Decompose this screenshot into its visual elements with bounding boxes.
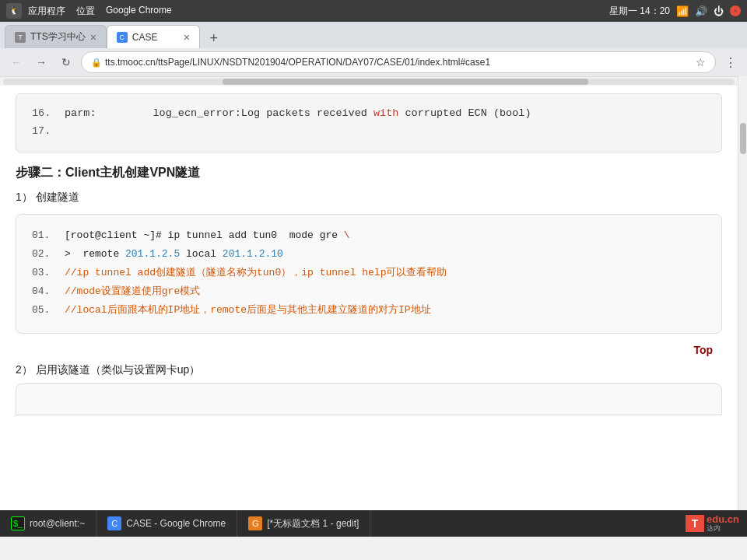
page-content: 16. parm: log_ecn_error:Log packets rece… (0, 86, 738, 423)
address-bar[interactable]: 🔒 tts.tmooc.cn/ttsPage/LINUX/NSDTN201904… (81, 51, 716, 73)
taskbar-chrome-label: CASE - Google Chrome (126, 518, 226, 529)
taskbar-right: T edu.cn 达内 (678, 514, 747, 533)
reload-button[interactable]: ↻ (56, 52, 76, 72)
tab-case[interactable]: C CASE × (107, 25, 200, 48)
menu-chrome[interactable]: Google Chrome (106, 5, 172, 18)
taskbar-gedit[interactable]: G [*无标题文档 1 - gedit] (237, 510, 370, 537)
code-text-16: parm: log_ecn_error:Log packets received… (65, 105, 531, 123)
taskbar-terminal[interactable]: $_ root@client:~ (0, 510, 96, 537)
terminal-icon: $_ (11, 516, 25, 530)
code-text-17 (65, 123, 71, 141)
code-line-05: 05. //local后面跟本机的IP地址，remote后面是与其他主机建立隧道… (32, 302, 706, 319)
code-line-03: 03. //ip tunnel add创建隧道（隧道名称为tun0），ip tu… (32, 264, 706, 282)
power-icon[interactable]: ⏻ (714, 5, 724, 17)
partial-code-block (16, 383, 722, 415)
chrome-icon: C (107, 516, 121, 530)
tab-tts[interactable]: T TTS学习中心 × (5, 25, 107, 48)
tab-tts-close[interactable]: × (90, 32, 96, 43)
line-num-17: 17. (32, 123, 52, 141)
taskbar-gedit-label: [*无标题文档 1 - gedit] (267, 517, 359, 530)
top-link[interactable]: Top (693, 344, 713, 356)
back-button[interactable]: ← (6, 52, 26, 72)
title-bar-right: 星期一 14：20 📶 🔊 ⏻ × (609, 5, 741, 18)
h-scrollbar-track (3, 79, 735, 85)
tedu-t: T (686, 515, 704, 532)
code-line-17: 17. (32, 123, 706, 141)
volume-icon[interactable]: 🔊 (695, 5, 707, 17)
h-scrollbar-thumb (223, 79, 588, 85)
code-line-01: 01. [root@client ~]# ip tunnel add tun0 … (32, 227, 706, 244)
browser-content: 16. parm: log_ecn_error:Log packets rece… (0, 76, 747, 510)
line-num-16: 16. (32, 105, 52, 123)
lock-icon: 🔒 (91, 58, 102, 68)
tedu-brand: edu.cn (707, 514, 739, 525)
code-comment-03: //ip tunnel add创建隧道（隧道名称为tun0），ip tunnel… (65, 264, 447, 282)
title-bar-left: 🐧 应用程序 位置 Google Chrome (6, 3, 600, 19)
tab-case-label: CASE (132, 32, 158, 43)
chrome-menu-button[interactable]: ⋮ (721, 52, 741, 72)
code-line-02: 02. > remote 201.1.2.5 local 201.1.2.10 (32, 246, 706, 263)
code-line-04: 04. //mode设置隧道使用gre模式 (32, 283, 706, 300)
line-num-03: 03. (32, 264, 52, 282)
taskbar-chrome[interactable]: C CASE - Google Chrome (96, 510, 237, 537)
code-text-01: [root@client ~]# ip tunnel add tun0 mode… (65, 227, 350, 244)
line-num-04: 04. (32, 283, 52, 300)
bookmark-icon[interactable]: ☆ (696, 56, 706, 68)
new-tab-button[interactable]: + (203, 28, 225, 48)
line-num-01: 01. (32, 227, 52, 244)
title-bar: 🐧 应用程序 位置 Google Chrome 星期一 14：20 📶 🔊 ⏻ … (0, 0, 747, 22)
title-bar-menu: 应用程序 位置 Google Chrome (28, 5, 172, 18)
section2-heading: 2） 启用该隧道（类似与设置网卡up） (16, 363, 722, 377)
network-icon[interactable]: 📶 (676, 5, 689, 17)
tab-bar: T TTS学习中心 × C CASE × + (0, 22, 747, 48)
main-code-block: 01. [root@client ~]# ip tunnel add tun0 … (16, 214, 722, 334)
tab-case-icon: C (117, 32, 128, 43)
url-text: tts.tmooc.cn/ttsPage/LINUX/NSDTN201904/O… (105, 57, 696, 68)
scrollbar-thumb[interactable] (740, 123, 746, 154)
tedu-logo: T edu.cn 达内 (686, 514, 739, 533)
tab-tts-label: TTS学习中心 (30, 30, 86, 44)
code-comment-04: //mode设置隧道使用gre模式 (65, 283, 200, 300)
taskbar-terminal-label: root@client:~ (30, 518, 85, 529)
page-area: 16. parm: log_ecn_error:Log packets rece… (0, 76, 738, 510)
sub-heading-1: 1） 创建隧道 (16, 191, 722, 205)
menu-location[interactable]: 位置 (76, 5, 95, 18)
addr-icons: ☆ (696, 56, 706, 68)
tab-case-close[interactable]: × (184, 32, 190, 43)
datetime: 星期一 14：20 (609, 5, 670, 18)
taskbar: $_ root@client:~ C CASE - Google Chrome … (0, 510, 747, 537)
address-bar-row: ← → ↻ 🔒 tts.tmooc.cn/ttsPage/LINUX/NSDTN… (0, 48, 747, 76)
section-heading: 步骤二：Client主机创建VPN隧道 (16, 165, 722, 181)
vertical-scrollbar[interactable] (738, 76, 747, 510)
app-icon: 🐧 (6, 3, 22, 19)
window-close-btn[interactable]: × (730, 5, 741, 16)
tedu-sub: 达内 (707, 525, 739, 533)
menu-apps[interactable]: 应用程序 (28, 5, 65, 18)
line-num-02: 02. (32, 246, 52, 263)
top-code-block: 16. parm: log_ecn_error:Log packets rece… (16, 93, 722, 152)
forward-button[interactable]: → (31, 52, 51, 72)
code-line-16: 16. parm: log_ecn_error:Log packets rece… (32, 105, 706, 123)
horizontal-scrollbar[interactable] (0, 76, 738, 86)
code-text-02: > remote 201.1.2.5 local 201.1.2.10 (65, 246, 283, 263)
top-link-container: Top (16, 343, 713, 357)
gedit-icon: G (248, 516, 262, 530)
tab-tts-icon: T (15, 32, 26, 43)
line-num-05: 05. (32, 302, 52, 319)
code-comment-05: //local后面跟本机的IP地址，remote后面是与其他主机建立隧道的对方I… (65, 302, 431, 319)
